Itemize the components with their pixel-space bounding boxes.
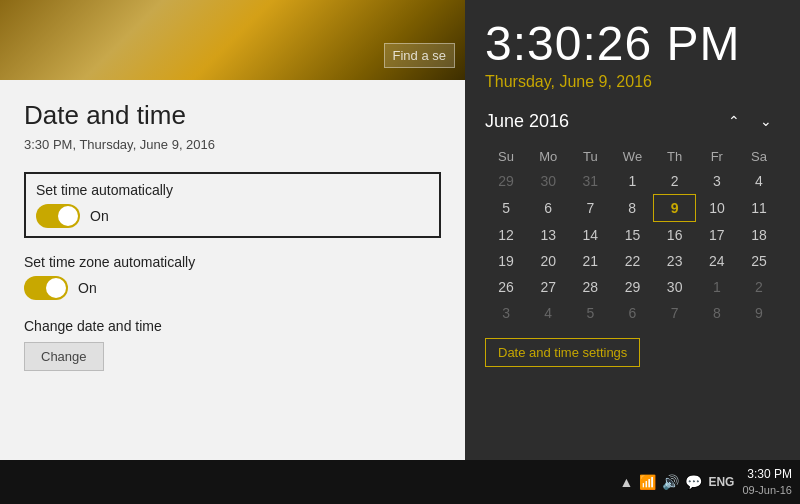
- calendar-day[interactable]: 31: [569, 168, 611, 195]
- calendar-day[interactable]: 4: [527, 300, 569, 326]
- current-datetime: 3:30 PM, Thursday, June 9, 2016: [24, 137, 441, 152]
- taskbar: ▲ 📶 🔊 💬 ENG 3:30 PM 09-Jun-16: [0, 460, 800, 504]
- set-timezone-label: Set time zone automatically: [24, 254, 441, 270]
- calendar-day[interactable]: 2: [738, 274, 780, 300]
- calendar-day[interactable]: 14: [569, 222, 611, 249]
- weekday-su: Su: [485, 145, 527, 168]
- set-timezone-state: On: [78, 280, 97, 296]
- calendar-day[interactable]: 29: [485, 168, 527, 195]
- calendar-weekday-row: Su Mo Tu We Th Fr Sa: [485, 145, 780, 168]
- calendar-day[interactable]: 23: [654, 248, 696, 274]
- calendar-day[interactable]: 1: [611, 168, 653, 195]
- calendar-day[interactable]: 6: [611, 300, 653, 326]
- language-indicator: ENG: [708, 475, 734, 489]
- calendar-day[interactable]: 6: [527, 195, 569, 222]
- calendar-month-year: June 2016: [485, 111, 569, 132]
- clock-panel: 3:30:26 PM Thursday, June 9, 2016 June 2…: [465, 0, 800, 460]
- calendar-week-row: 2930311234: [485, 168, 780, 195]
- calendar-week-row: 567891011: [485, 195, 780, 222]
- calendar-day[interactable]: 1: [696, 274, 738, 300]
- calendar-day[interactable]: 5: [569, 300, 611, 326]
- change-datetime-section: Change date and time Change: [24, 318, 441, 371]
- calendar-day[interactable]: 17: [696, 222, 738, 249]
- settings-content: Date and time 3:30 PM, Thursday, June 9,…: [0, 80, 465, 409]
- prev-month-button[interactable]: ⌃: [720, 107, 748, 135]
- change-button[interactable]: Change: [24, 342, 104, 371]
- calendar-day[interactable]: 18: [738, 222, 780, 249]
- calendar-day[interactable]: 10: [696, 195, 738, 222]
- calendar-day[interactable]: 4: [738, 168, 780, 195]
- calendar-week-row: 19202122232425: [485, 248, 780, 274]
- set-time-auto-row: On: [36, 204, 429, 228]
- set-time-auto-label: Set time automatically: [36, 182, 429, 198]
- calendar-day[interactable]: 9: [654, 195, 696, 222]
- calendar-day[interactable]: 25: [738, 248, 780, 274]
- weekday-mo: Mo: [527, 145, 569, 168]
- calendar-day[interactable]: 8: [611, 195, 653, 222]
- clock-time: 3:30:26 PM: [485, 16, 780, 71]
- weekday-th: Th: [654, 145, 696, 168]
- calendar-day[interactable]: 30: [527, 168, 569, 195]
- calendar-day[interactable]: 5: [485, 195, 527, 222]
- set-time-auto-state: On: [90, 208, 109, 224]
- calendar-day[interactable]: 9: [738, 300, 780, 326]
- set-timezone-toggle[interactable]: [24, 276, 68, 300]
- header-image: Find a se: [0, 0, 465, 80]
- calendar-nav: ⌃ ⌄: [720, 107, 780, 135]
- set-timezone-row: On: [24, 276, 441, 300]
- set-time-auto-toggle[interactable]: [36, 204, 80, 228]
- set-timezone-auto-section: Set time zone automatically On: [24, 254, 441, 300]
- settings-panel: Find a se Date and time 3:30 PM, Thursda…: [0, 0, 465, 460]
- calendar-day[interactable]: 12: [485, 222, 527, 249]
- taskbar-time-display[interactable]: 3:30 PM 09-Jun-16: [742, 466, 792, 498]
- tray-arrow-icon[interactable]: ▲: [620, 474, 634, 490]
- search-bar[interactable]: Find a se: [384, 43, 455, 68]
- calendar-day[interactable]: 8: [696, 300, 738, 326]
- weekday-fr: Fr: [696, 145, 738, 168]
- search-text: Find a se: [393, 48, 446, 63]
- page-title: Date and time: [24, 100, 441, 131]
- calendar-day[interactable]: 7: [654, 300, 696, 326]
- set-time-auto-section: Set time automatically On: [24, 172, 441, 238]
- calendar-day[interactable]: 16: [654, 222, 696, 249]
- calendar-day[interactable]: 27: [527, 274, 569, 300]
- calendar-day[interactable]: 7: [569, 195, 611, 222]
- calendar-day[interactable]: 11: [738, 195, 780, 222]
- weekday-sa: Sa: [738, 145, 780, 168]
- clock-date: Thursday, June 9, 2016: [485, 73, 780, 91]
- volume-icon[interactable]: 🔊: [662, 474, 679, 490]
- calendar-header: June 2016 ⌃ ⌄: [485, 107, 780, 135]
- weekday-tu: Tu: [569, 145, 611, 168]
- date-time-settings-link[interactable]: Date and time settings: [485, 338, 640, 367]
- calendar-day[interactable]: 28: [569, 274, 611, 300]
- calendar-day[interactable]: 29: [611, 274, 653, 300]
- calendar-day[interactable]: 2: [654, 168, 696, 195]
- calendar-week-row: 3456789: [485, 300, 780, 326]
- calendar-day[interactable]: 3: [696, 168, 738, 195]
- network-icon: 📶: [639, 474, 656, 490]
- calendar-week-row: 262728293012: [485, 274, 780, 300]
- weekday-we: We: [611, 145, 653, 168]
- calendar-day[interactable]: 21: [569, 248, 611, 274]
- message-icon[interactable]: 💬: [685, 474, 702, 490]
- calendar-grid: Su Mo Tu We Th Fr Sa 2930311234567891011…: [485, 145, 780, 326]
- calendar-day[interactable]: 20: [527, 248, 569, 274]
- calendar-week-row: 12131415161718: [485, 222, 780, 249]
- taskbar-time: 3:30 PM: [742, 466, 792, 483]
- change-datetime-label: Change date and time: [24, 318, 441, 334]
- taskbar-date: 09-Jun-16: [742, 483, 792, 498]
- next-month-button[interactable]: ⌄: [752, 107, 780, 135]
- calendar-day[interactable]: 3: [485, 300, 527, 326]
- calendar-day[interactable]: 13: [527, 222, 569, 249]
- calendar-day[interactable]: 19: [485, 248, 527, 274]
- calendar-day[interactable]: 24: [696, 248, 738, 274]
- taskbar-tray: ▲ 📶 🔊 💬 ENG: [620, 474, 735, 490]
- calendar-day[interactable]: 26: [485, 274, 527, 300]
- calendar-day[interactable]: 22: [611, 248, 653, 274]
- calendar-day[interactable]: 30: [654, 274, 696, 300]
- calendar-day[interactable]: 15: [611, 222, 653, 249]
